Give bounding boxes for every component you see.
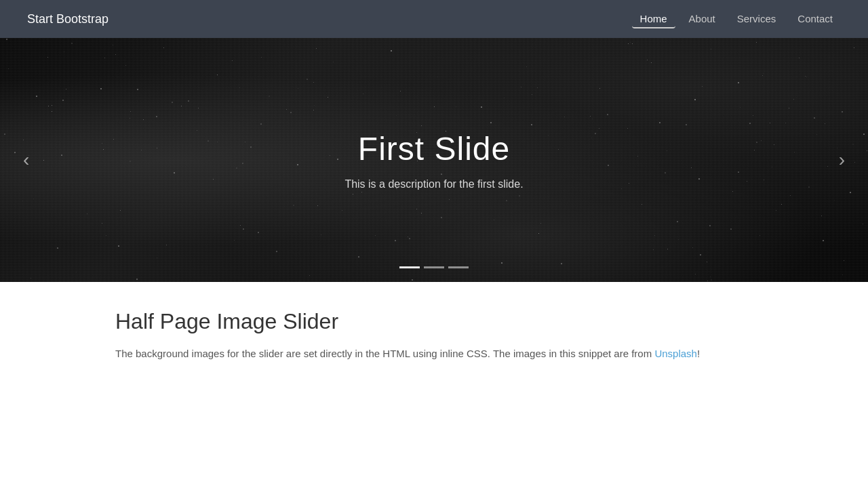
carousel-slide: First Slide This is a description for th… bbox=[0, 38, 868, 282]
main-content: Half Page Image Slider The background im… bbox=[61, 282, 807, 390]
navbar-nav: Home About Services Contact bbox=[632, 13, 841, 25]
section-title: Half Page Image Slider bbox=[115, 309, 780, 334]
carousel-indicator-2[interactable] bbox=[448, 266, 469, 268]
carousel-content: First Slide This is a description for th… bbox=[344, 130, 523, 190]
carousel-prev-button[interactable]: ‹ bbox=[11, 141, 41, 179]
nav-link-home[interactable]: Home bbox=[632, 9, 675, 28]
carousel-description: This is a description for the first slid… bbox=[344, 178, 523, 190]
navbar: Start Bootstrap Home About Services Cont… bbox=[0, 0, 868, 38]
nav-link-contact[interactable]: Contact bbox=[789, 9, 841, 28]
nav-item-about: About bbox=[681, 13, 724, 25]
carousel-indicators bbox=[399, 266, 469, 268]
navbar-brand[interactable]: Start Bootstrap bbox=[27, 12, 108, 26]
nav-item-contact: Contact bbox=[789, 13, 841, 25]
section-text-before-link: The background images for the slider are… bbox=[115, 348, 654, 359]
unsplash-link[interactable]: Unsplash bbox=[654, 348, 697, 359]
carousel-title: First Slide bbox=[344, 130, 523, 167]
carousel-next-button[interactable]: › bbox=[827, 141, 857, 179]
section-text-after-link: ! bbox=[697, 348, 700, 359]
carousel-indicator-0[interactable] bbox=[399, 266, 420, 268]
nav-item-services: Services bbox=[729, 13, 785, 25]
nav-link-services[interactable]: Services bbox=[729, 9, 785, 28]
carousel: First Slide This is a description for th… bbox=[0, 38, 868, 282]
section-text: The background images for the slider are… bbox=[115, 345, 726, 363]
nav-item-home: Home bbox=[632, 13, 675, 25]
nav-link-about[interactable]: About bbox=[681, 9, 724, 28]
carousel-indicator-1[interactable] bbox=[424, 266, 444, 268]
